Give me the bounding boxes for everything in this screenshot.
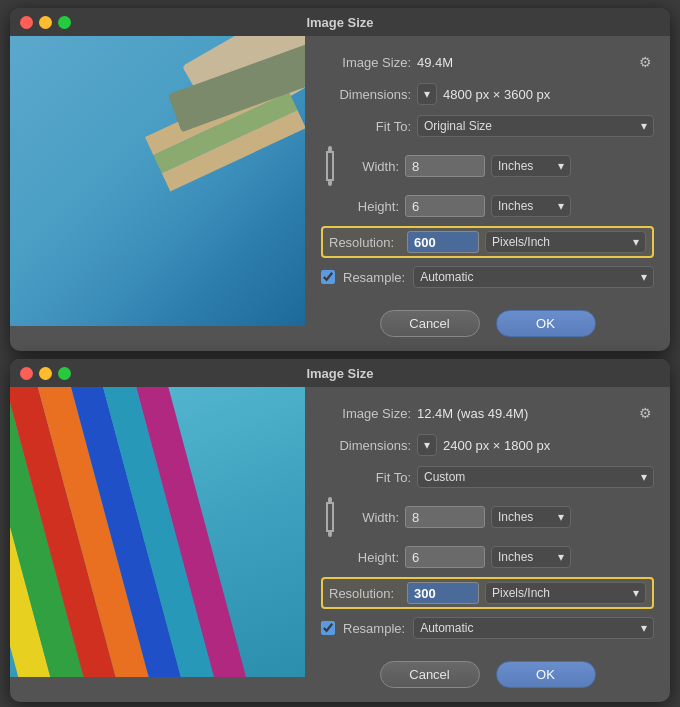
chain-link-icon-2 xyxy=(321,497,339,537)
height-label-2: Height: xyxy=(349,550,399,565)
svg-rect-5 xyxy=(327,503,333,531)
resolution-unit-dropdown-1[interactable]: Pixels/Inch ▾ xyxy=(485,231,646,253)
width-unit-dropdown-1[interactable]: Inches ▾ xyxy=(491,155,571,177)
dimensions-row-2: Dimensions: ▾ 2400 px × 1800 px xyxy=(321,433,654,457)
height-unit-value-1: Inches xyxy=(498,199,533,213)
resolution-label-2: Resolution: xyxy=(329,586,401,601)
width-input-1[interactable] xyxy=(405,155,485,177)
close-button-2[interactable] xyxy=(20,367,33,380)
image-size-dialog-2: Image Size Image Size: 12.4M (was 49.4M)… xyxy=(10,359,670,702)
resample-label-2: Resample: xyxy=(343,621,405,636)
dimensions-dropdown-2[interactable]: ▾ xyxy=(417,434,437,456)
chevron-down-icon-r2: ▾ xyxy=(633,586,639,600)
chevron-down-icon-fit-2: ▾ xyxy=(641,470,647,484)
resolution-input-2[interactable] xyxy=(407,582,479,604)
chevron-down-icon-h1: ▾ xyxy=(558,199,564,213)
balloon-stripes xyxy=(10,387,258,677)
dimensions-row-1: Dimensions: ▾ 4800 px × 3600 px xyxy=(321,82,654,106)
resolution-unit-value-1: Pixels/Inch xyxy=(492,235,550,249)
dialog-body-1: Image Size: 49.4M ⚙ Dimensions: ▾ 4800 p… xyxy=(10,36,670,351)
image-size-value-1: 49.4M xyxy=(417,55,453,70)
dialog-title-2: Image Size xyxy=(306,366,373,381)
resample-dropdown-1[interactable]: Automatic ▾ xyxy=(413,266,654,288)
resolution-label-1: Resolution: xyxy=(329,235,401,250)
height-input-2[interactable] xyxy=(405,546,485,568)
gear-button-2[interactable]: ⚙ xyxy=(637,405,654,421)
window-controls-1 xyxy=(20,16,71,29)
maximize-button-2[interactable] xyxy=(58,367,71,380)
chevron-down-icon-2: ▾ xyxy=(424,438,430,452)
title-bar-2: Image Size xyxy=(10,359,670,387)
minimize-button-1[interactable] xyxy=(39,16,52,29)
resolution-input-1[interactable] xyxy=(407,231,479,253)
image-size-label-1: Image Size: xyxy=(321,55,411,70)
dimensions-label-2: Dimensions: xyxy=(321,438,411,453)
height-input-1[interactable] xyxy=(405,195,485,217)
height-unit-value-2: Inches xyxy=(498,550,533,564)
height-row-2: Height: Inches ▾ xyxy=(321,545,654,569)
chevron-down-icon-fit-1: ▾ xyxy=(641,119,647,133)
height-unit-dropdown-2[interactable]: Inches ▾ xyxy=(491,546,571,568)
fit-to-dropdown-2[interactable]: Custom ▾ xyxy=(417,466,654,488)
resolution-unit-dropdown-2[interactable]: Pixels/Inch ▾ xyxy=(485,582,646,604)
controls-panel-2: Image Size: 12.4M (was 49.4M) ⚙ Dimensio… xyxy=(305,387,670,702)
dimensions-value-1: 4800 px × 3600 px xyxy=(443,87,550,102)
resample-row-1: Resample: Automatic ▾ xyxy=(321,266,654,288)
minimize-button-2[interactable] xyxy=(39,367,52,380)
resolution-row-2: Resolution: Pixels/Inch ▾ xyxy=(321,577,654,609)
ok-button-2[interactable]: OK xyxy=(496,661,596,688)
resample-value-1: Automatic xyxy=(420,270,473,284)
dimensions-value-2: 2400 px × 1800 px xyxy=(443,438,550,453)
height-unit-dropdown-1[interactable]: Inches ▾ xyxy=(491,195,571,217)
resample-dropdown-2[interactable]: Automatic ▾ xyxy=(413,617,654,639)
resample-row-2: Resample: Automatic ▾ xyxy=(321,617,654,639)
dialog-title-1: Image Size xyxy=(306,15,373,30)
fit-to-row-1: Fit To: Original Size ▾ xyxy=(321,114,654,138)
resolution-row-1: Resolution: Pixels/Inch ▾ xyxy=(321,226,654,258)
width-label-2: Width: xyxy=(349,510,399,525)
image-preview-2 xyxy=(10,387,305,677)
dimensions-label-1: Dimensions: xyxy=(321,87,411,102)
ok-button-1[interactable]: OK xyxy=(496,310,596,337)
fit-to-label-1: Fit To: xyxy=(321,119,411,134)
buttons-row-1: Cancel OK xyxy=(321,310,654,337)
maximize-button-1[interactable] xyxy=(58,16,71,29)
close-button-1[interactable] xyxy=(20,16,33,29)
image-preview-1 xyxy=(10,36,305,326)
width-input-2[interactable] xyxy=(405,506,485,528)
cancel-button-1[interactable]: Cancel xyxy=(380,310,480,337)
width-label-1: Width: xyxy=(349,159,399,174)
width-unit-value-2: Inches xyxy=(498,510,533,524)
resample-checkbox-2[interactable] xyxy=(321,621,335,635)
image-size-value-2: 12.4M (was 49.4M) xyxy=(417,406,528,421)
fit-to-label-2: Fit To: xyxy=(321,470,411,485)
chevron-down-icon-r1: ▾ xyxy=(633,235,639,249)
chevron-down-icon-1: ▾ xyxy=(424,87,430,101)
chain-link-icon-1 xyxy=(321,146,339,186)
window-controls-2 xyxy=(20,367,71,380)
width-unit-dropdown-2[interactable]: Inches ▾ xyxy=(491,506,571,528)
image-size-dialog-1: Image Size Image Size: 49.4M ⚙ Dimension… xyxy=(10,8,670,351)
width-unit-value-1: Inches xyxy=(498,159,533,173)
chevron-down-icon-rs2: ▾ xyxy=(641,621,647,635)
resample-checkbox-1[interactable] xyxy=(321,270,335,284)
width-row-2: Width: Inches ▾ xyxy=(321,497,654,537)
dimensions-dropdown-1[interactable]: ▾ xyxy=(417,83,437,105)
chevron-down-icon-rs1: ▾ xyxy=(641,270,647,284)
cancel-button-2[interactable]: Cancel xyxy=(380,661,480,688)
resample-label-1: Resample: xyxy=(343,270,405,285)
image-size-label-2: Image Size: xyxy=(321,406,411,421)
fit-to-row-2: Fit To: Custom ▾ xyxy=(321,465,654,489)
fit-to-value-2: Custom xyxy=(424,470,465,484)
gear-button-1[interactable]: ⚙ xyxy=(637,54,654,70)
svg-rect-2 xyxy=(327,152,333,180)
dialog-body-2: Image Size: 12.4M (was 49.4M) ⚙ Dimensio… xyxy=(10,387,670,702)
buttons-row-2: Cancel OK xyxy=(321,661,654,688)
chevron-down-icon-h2: ▾ xyxy=(558,550,564,564)
controls-panel-1: Image Size: 49.4M ⚙ Dimensions: ▾ 4800 p… xyxy=(305,36,670,351)
resolution-unit-value-2: Pixels/Inch xyxy=(492,586,550,600)
fit-to-value-1: Original Size xyxy=(424,119,492,133)
height-label-1: Height: xyxy=(349,199,399,214)
fit-to-dropdown-1[interactable]: Original Size ▾ xyxy=(417,115,654,137)
title-bar-1: Image Size xyxy=(10,8,670,36)
